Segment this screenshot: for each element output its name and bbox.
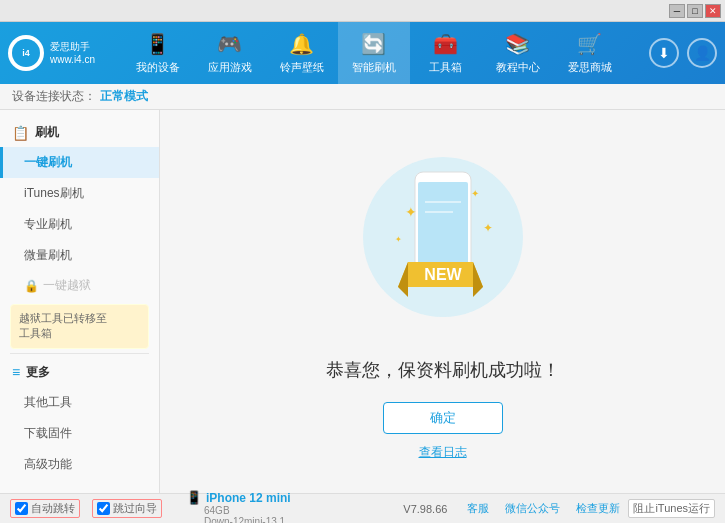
lock-icon: 🔒 <box>24 279 39 293</box>
success-illustration: NEW ✦ ✦ ✦ ✦ <box>353 142 533 342</box>
svg-text:✦: ✦ <box>471 188 479 199</box>
toolbox-icon: 🧰 <box>433 32 458 56</box>
nav-app-games-label: 应用游戏 <box>208 60 252 75</box>
phone-svg: NEW ✦ ✦ ✦ ✦ <box>353 142 533 342</box>
status-value: 正常模式 <box>100 88 148 105</box>
logo-circle: i4 <box>8 35 44 71</box>
svg-rect-2 <box>418 182 468 267</box>
skip-wizard-checkbox[interactable]: 跳过向导 <box>92 499 162 518</box>
nav-smart-flash[interactable]: 🔄 智能刷机 <box>338 22 410 84</box>
svg-text:✦: ✦ <box>405 204 417 220</box>
svg-text:✦: ✦ <box>395 235 402 244</box>
content-area: NEW ✦ ✦ ✦ ✦ 恭喜您，保资料刷机成功啦！ 确定 查看日志 <box>160 110 725 493</box>
smart-flash-icon: 🔄 <box>361 32 386 56</box>
sidebar-item-micro[interactable]: 微量刷机 <box>0 240 159 271</box>
more-section-label: 更多 <box>26 364 50 381</box>
service-link[interactable]: 客服 <box>467 501 489 516</box>
app-header: i4 爱思助手 www.i4.cn 📱 我的设备 🎮 应用游戏 🔔 铃声壁纸 🔄… <box>0 22 725 84</box>
update-link[interactable]: 检查更新 <box>576 501 620 516</box>
device-info: 📱 iPhone 12 mini 64GB Down-12mini-13,1 <box>186 490 291 523</box>
sidebar-disabled-jailbreak: 🔒 一键越狱 <box>0 271 159 300</box>
header-right: ⬇ 👤 <box>649 38 717 68</box>
svg-text:✦: ✦ <box>483 221 493 235</box>
logo-inner: i4 <box>12 39 40 67</box>
bottom-bar: 自动跳转 跳过向导 📱 iPhone 12 mini 64GB Down-12m… <box>0 493 725 523</box>
nav-app-games[interactable]: 🎮 应用游戏 <box>194 22 266 84</box>
device-model: Down-12mini-13,1 <box>186 516 291 523</box>
status-label: 设备连接状态： <box>12 88 96 105</box>
flash-section-icon: 📋 <box>12 125 29 141</box>
auto-redirect-label: 自动跳转 <box>31 501 75 516</box>
confirm-button[interactable]: 确定 <box>383 402 503 434</box>
sidebar-item-other-tools[interactable]: 其他工具 <box>0 387 159 418</box>
more-section-icon: ≡ <box>12 364 20 380</box>
skip-wizard-label: 跳过向导 <box>113 501 157 516</box>
phone-icon-small: 📱 <box>186 490 202 505</box>
sidebar-item-one-click[interactable]: 一键刷机 <box>0 147 159 178</box>
itunes-block-label: 阻止iTunes运行 <box>633 502 710 514</box>
nav-tutorial[interactable]: 📚 教程中心 <box>482 22 554 84</box>
nav-items: 📱 我的设备 🎮 应用游戏 🔔 铃声壁纸 🔄 智能刷机 🧰 工具箱 📚 教程中心… <box>98 22 649 84</box>
sidebar-item-advanced[interactable]: 高级功能 <box>0 449 159 480</box>
sidebar-section-flash: 📋 刷机 <box>0 118 159 147</box>
maximize-button[interactable]: □ <box>687 4 703 18</box>
wallpaper-icon: 🔔 <box>289 32 314 56</box>
device-storage: 64GB <box>186 505 291 516</box>
sidebar-item-download-fw[interactable]: 下载固件 <box>0 418 159 449</box>
bottom-left: 自动跳转 跳过向导 📱 iPhone 12 mini 64GB Down-12m… <box>10 490 403 523</box>
svg-text:NEW: NEW <box>424 266 462 283</box>
sidebar: 📋 刷机 一键刷机 iTunes刷机 专业刷机 微量刷机 🔒 一键越狱 越狱工具… <box>0 110 160 493</box>
view-log-link[interactable]: 查看日志 <box>419 444 467 461</box>
auto-redirect-checkbox[interactable]: 自动跳转 <box>10 499 80 518</box>
sidebar-section-more: ≡ 更多 <box>0 358 159 387</box>
nav-toolbox-label: 工具箱 <box>429 60 462 75</box>
nav-my-device-label: 我的设备 <box>136 60 180 75</box>
user-button[interactable]: 👤 <box>687 38 717 68</box>
sidebar-item-itunes[interactable]: iTunes刷机 <box>0 178 159 209</box>
sidebar-item-pro[interactable]: 专业刷机 <box>0 209 159 240</box>
store-icon: 🛒 <box>577 32 602 56</box>
nav-wallpaper[interactable]: 🔔 铃声壁纸 <box>266 22 338 84</box>
sidebar-divider <box>10 353 149 354</box>
bottom-right: V7.98.66 客服 微信公众号 检查更新 <box>403 501 620 516</box>
nav-store-label: 爱思商城 <box>568 60 612 75</box>
device-icon: 📱 <box>145 32 170 56</box>
title-bar: ─ □ ✕ <box>0 0 725 22</box>
status-bar: 设备连接状态： 正常模式 <box>0 84 725 110</box>
device-name: iPhone 12 mini <box>206 491 291 505</box>
success-text: 恭喜您，保资料刷机成功啦！ <box>326 358 560 382</box>
flash-section-label: 刷机 <box>35 124 59 141</box>
app-logo: i4 爱思助手 www.i4.cn <box>8 35 98 71</box>
nav-wallpaper-label: 铃声壁纸 <box>280 60 324 75</box>
minimize-button[interactable]: ─ <box>669 4 685 18</box>
download-button[interactable]: ⬇ <box>649 38 679 68</box>
app-games-icon: 🎮 <box>217 32 242 56</box>
close-button[interactable]: ✕ <box>705 4 721 18</box>
sidebar-warning-box: 越狱工具已转移至工具箱 <box>10 304 149 349</box>
skip-wizard-input[interactable] <box>97 502 110 515</box>
logo-text: 爱思助手 www.i4.cn <box>50 40 95 66</box>
version-label: V7.98.66 <box>403 503 447 515</box>
nav-smart-flash-label: 智能刷机 <box>352 60 396 75</box>
main-content: 📋 刷机 一键刷机 iTunes刷机 专业刷机 微量刷机 🔒 一键越狱 越狱工具… <box>0 110 725 493</box>
itunes-block-button[interactable]: 阻止iTunes运行 <box>628 499 715 518</box>
nav-store[interactable]: 🛒 爱思商城 <box>554 22 626 84</box>
nav-my-device[interactable]: 📱 我的设备 <box>122 22 194 84</box>
auto-redirect-input[interactable] <box>15 502 28 515</box>
nav-tutorial-label: 教程中心 <box>496 60 540 75</box>
wechat-link[interactable]: 微信公众号 <box>505 501 560 516</box>
nav-toolbox[interactable]: 🧰 工具箱 <box>410 22 482 84</box>
tutorial-icon: 📚 <box>505 32 530 56</box>
